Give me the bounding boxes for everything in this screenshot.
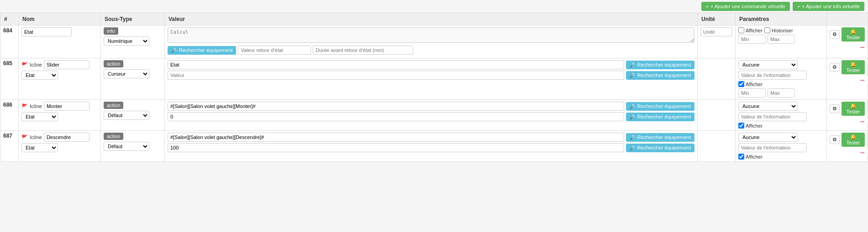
table-row: 686 🚩 Icône Etat Action action xyxy=(0,100,868,131)
row-684-test-btn[interactable]: 🔔 Tester xyxy=(842,27,865,41)
row-686-soustype: action Défaut Curseur Couleur xyxy=(101,100,165,131)
row-685-soustype-select[interactable]: Curseur Défaut Couleur xyxy=(104,69,149,78)
row-687-remove-btn[interactable]: − xyxy=(860,149,865,157)
row-684-nom-input[interactable] xyxy=(21,27,72,36)
col-valeur: Valeur xyxy=(165,13,698,26)
col-id: # xyxy=(0,13,19,26)
plus-icon-info: + xyxy=(797,4,800,9)
row-685-remove-btn[interactable]: − xyxy=(860,76,865,84)
row-686-soustype-select[interactable]: Défaut Curseur Couleur xyxy=(104,111,149,120)
row-687-etat-select[interactable]: Etat Action xyxy=(21,143,58,152)
row-686-search-bottom-btn[interactable]: 🔎 Rechercher équipement xyxy=(626,113,694,121)
row-684-type-badge: info xyxy=(104,27,118,35)
row-685-valeur-bottom-input[interactable] xyxy=(168,71,624,80)
row-684-valeur-textarea[interactable] xyxy=(168,27,694,43)
row-684-params: Afficher Historiser xyxy=(736,26,827,58)
row-684-historiser-label: Historiser xyxy=(764,27,793,33)
row-686-afficher-label: Afficher xyxy=(738,123,763,129)
row-687-type-badge: action xyxy=(104,133,123,140)
row-685-icon-btn[interactable]: ⚙ xyxy=(830,63,840,72)
row-685-params: Aucune Option1 Afficher xyxy=(736,58,827,100)
row-685-search-bottom-btn[interactable]: 🔎 Rechercher équipement xyxy=(626,71,694,80)
row-686-flag-icon: 🚩 xyxy=(21,103,28,109)
row-686-icon-btn[interactable]: ⚙ xyxy=(830,104,840,113)
row-687-unite xyxy=(698,131,736,162)
row-684-remove-btn[interactable]: − xyxy=(860,43,865,52)
row-686-valeur-bottom-input[interactable] xyxy=(168,112,624,121)
row-687-nom: 🚩 Icône Etat Action xyxy=(19,131,101,162)
row-687-afficher-checkbox[interactable] xyxy=(738,154,744,160)
commands-table: # Nom Sous-Type Valeur Unité Paramètres … xyxy=(0,13,868,162)
row-687-valeur-bottom-input[interactable] xyxy=(168,143,624,152)
row-686-actions: ⚙ 🔔 Tester − xyxy=(827,100,868,131)
row-687-valeur-top-input[interactable] xyxy=(168,133,624,142)
row-685-search-top-btn[interactable]: 🔎 Rechercher équipement xyxy=(626,61,694,69)
row-685-type-badge: action xyxy=(104,60,123,67)
row-685-valeur-top-input[interactable] xyxy=(168,60,624,69)
row-685-icone-label: Icône xyxy=(30,62,42,67)
row-687-params: Aucune Option1 Afficher xyxy=(736,131,827,162)
row-684-soustype: info Numérique Binaire Autre xyxy=(101,26,165,58)
row-684-historiser-checkbox[interactable] xyxy=(764,27,770,33)
table-row: 684 info Numérique Binaire Autre xyxy=(0,26,868,58)
row-686-test-btn[interactable]: 🔔 Tester xyxy=(842,102,865,116)
row-684-min-input[interactable] xyxy=(738,35,766,44)
row-684-search-btn[interactable]: 🔎 Rechercher équipement xyxy=(168,46,236,55)
row-687-flag-icon: 🚩 xyxy=(21,134,28,140)
row-684-unite xyxy=(698,26,736,58)
table-row: 687 🚩 Icône Etat Action action xyxy=(0,131,868,162)
row-686-remove-btn[interactable]: − xyxy=(860,118,865,126)
row-686-id: 686 xyxy=(0,100,19,131)
row-687-info-input[interactable] xyxy=(738,143,807,152)
row-684-retour-input[interactable] xyxy=(238,46,311,55)
row-686-search-top-btn[interactable]: 🔎 Rechercher équipement xyxy=(626,102,694,111)
row-686-afficher-checkbox[interactable] xyxy=(738,123,744,129)
row-685-afficher-checkbox[interactable] xyxy=(738,81,744,87)
row-685-id: 685 xyxy=(0,58,19,100)
row-686-info-input[interactable] xyxy=(738,112,807,121)
row-685-valeur: 🔎 Rechercher équipement 🔎 Rechercher équ… xyxy=(165,58,698,100)
row-685-max-input[interactable] xyxy=(768,88,795,98)
row-687-test-btn[interactable]: 🔔 Tester xyxy=(842,133,865,147)
table-row: 685 🚩 Icône Etat Action action xyxy=(0,58,868,100)
row-685-soustype: action Curseur Défaut Couleur xyxy=(101,58,165,100)
row-684-max-input[interactable] xyxy=(768,35,795,44)
row-687-nom-input[interactable] xyxy=(44,133,89,142)
row-685-flag-icon: 🚩 xyxy=(21,62,28,68)
top-bar: + + Ajouter une commande virtuelle + + A… xyxy=(0,0,868,13)
row-687-search-top-btn[interactable]: 🔎 Rechercher équipement xyxy=(626,133,694,142)
row-687-icon-btn[interactable]: ⚙ xyxy=(830,135,840,144)
row-686-params: Aucune Option1 Afficher xyxy=(736,100,827,131)
row-687-icone-label: Icône xyxy=(30,134,42,140)
row-685-actions: ⚙ 🔔 Tester − xyxy=(827,58,868,100)
row-687-valeur: 🔎 Rechercher équipement 🔎 Rechercher équ… xyxy=(165,131,698,162)
row-687-soustype-select[interactable]: Défaut Curseur Couleur xyxy=(104,142,149,151)
row-685-etat-select[interactable]: Etat Action xyxy=(21,71,58,80)
row-684-soustype-select[interactable]: Numérique Binaire Autre xyxy=(104,36,149,46)
plus-icon: + xyxy=(706,4,709,9)
row-685-aucune-select[interactable]: Aucune Option1 xyxy=(738,60,798,69)
row-685-afficher-label: Afficher xyxy=(738,81,763,87)
row-685-nom-input[interactable] xyxy=(44,60,89,69)
row-685-nom: 🚩 Icône Etat Action xyxy=(19,58,101,100)
col-soustype: Sous-Type xyxy=(101,13,165,26)
row-686-aucune-select[interactable]: Aucune Option1 xyxy=(738,102,798,111)
row-684-icon-btn[interactable]: ⚙ xyxy=(830,30,840,39)
row-684-duree-input[interactable] xyxy=(313,46,413,55)
row-686-valeur: 🔎 Rechercher équipement 🔎 Rechercher équ… xyxy=(165,100,698,131)
row-685-min-input[interactable] xyxy=(738,88,766,98)
row-686-nom-input[interactable] xyxy=(44,102,89,111)
add-virtual-command-button[interactable]: + + Ajouter une commande virtuelle xyxy=(701,2,790,11)
add-virtual-info-button[interactable]: + + Ajouter une info virtuelle xyxy=(793,2,864,11)
row-687-aucune-select[interactable]: Aucune Option1 xyxy=(738,133,798,142)
row-686-unite xyxy=(698,100,736,131)
row-685-info-input[interactable] xyxy=(738,71,807,80)
row-686-valeur-top-input[interactable] xyxy=(168,102,624,111)
row-687-afficher-label: Afficher xyxy=(738,154,763,160)
row-684-afficher-checkbox[interactable] xyxy=(738,27,744,33)
col-params: Paramètres xyxy=(736,13,827,26)
row-686-etat-select[interactable]: Etat Action xyxy=(21,112,58,121)
row-685-test-btn[interactable]: 🔔 Tester xyxy=(842,60,865,74)
row-687-search-bottom-btn[interactable]: 🔎 Rechercher équipement xyxy=(626,144,694,152)
row-684-unite-input[interactable] xyxy=(700,27,732,36)
